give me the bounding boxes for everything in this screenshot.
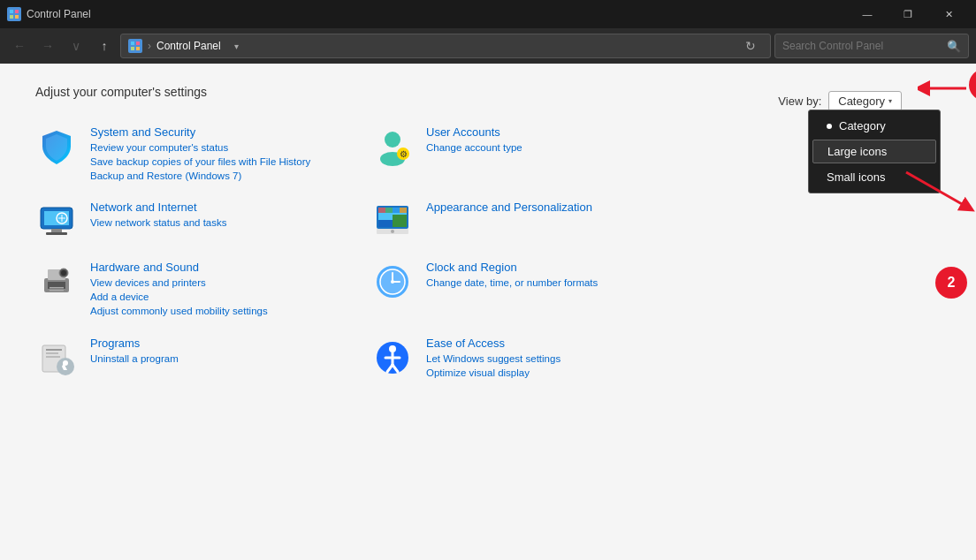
hardware-icon — [35, 261, 78, 303]
system-security-icon — [35, 125, 78, 168]
forward-button[interactable]: → — [35, 34, 60, 58]
category-system-security: System and Security Review your computer… — [35, 117, 371, 192]
categories-grid: System and Security Review your computer… — [35, 117, 707, 389]
dropdown-item-large-icons[interactable]: Large icons — [812, 140, 936, 163]
title-bar: Control Panel — ❐ ✕ — [0, 0, 976, 28]
svg-point-12 — [385, 132, 400, 148]
path-text: Control Panel — [156, 40, 221, 52]
svg-rect-49 — [46, 356, 60, 358]
system-security-text: System and Security Review your computer… — [90, 125, 371, 183]
category-user-accounts: ⚙ User Accounts Change account type — [371, 117, 707, 192]
clock-link-1[interactable]: Change date, time, or number formats — [426, 276, 707, 290]
search-icon: 🔍 — [947, 40, 961, 53]
svg-rect-18 — [51, 229, 62, 232]
window-controls: — ❐ ✕ — [847, 0, 969, 28]
close-button[interactable]: ✕ — [928, 0, 969, 28]
svg-rect-2 — [10, 15, 13, 19]
view-by-value: Category — [838, 95, 885, 108]
network-link-1[interactable]: View network status and tasks — [90, 216, 371, 230]
arrow-2-svg — [897, 163, 976, 216]
ease-access-link-1[interactable]: Let Windows suggest settings — [426, 352, 707, 366]
hardware-link-1[interactable]: View devices and printers — [90, 276, 371, 290]
category-ease-access: Ease of Access Let Windows suggest setti… — [371, 328, 707, 389]
view-by-button[interactable]: Category ▾ — [828, 91, 902, 111]
address-path-bar[interactable]: › Control Panel ▾ ↻ — [120, 34, 771, 58]
dropdown-item-label: Category — [839, 119, 886, 132]
network-text: Network and Internet View network status… — [90, 201, 371, 230]
clock-text: Clock and Region Change date, time, or n… — [426, 261, 707, 290]
svg-rect-37 — [50, 290, 64, 291]
svg-rect-32 — [400, 208, 407, 213]
network-icon — [35, 201, 78, 243]
svg-rect-31 — [393, 208, 400, 213]
svg-rect-19 — [46, 232, 67, 235]
clock-icon — [371, 261, 414, 303]
refresh-button[interactable]: ↻ — [738, 34, 763, 58]
svg-rect-30 — [385, 208, 393, 213]
user-accounts-icon: ⚙ — [371, 125, 414, 168]
category-hardware-sound: Hardware and Sound View devices and prin… — [35, 252, 371, 327]
hardware-link-2[interactable]: Add a device — [90, 290, 371, 304]
arrow-1-svg — [918, 72, 971, 104]
dropdown-item-label: Small icons — [827, 170, 885, 184]
search-input[interactable] — [782, 40, 943, 52]
up-button[interactable]: ↑ — [92, 34, 117, 58]
svg-rect-47 — [46, 349, 62, 351]
svg-rect-26 — [393, 215, 407, 227]
down-button[interactable]: ∨ — [64, 34, 88, 58]
appearance-text: Appearance and Personalization — [426, 201, 707, 216]
clock-title[interactable]: Clock and Region — [426, 261, 707, 274]
radio-dot — [827, 124, 832, 129]
system-security-title[interactable]: System and Security — [90, 125, 371, 139]
network-title[interactable]: Network and Internet — [90, 201, 371, 214]
programs-icon — [35, 337, 78, 379]
system-security-link-3[interactable]: Backup and Restore (Windows 7) — [90, 169, 371, 183]
user-accounts-title[interactable]: User Accounts — [426, 125, 707, 139]
dropdown-item-category[interactable]: Category — [809, 114, 940, 138]
programs-text: Programs Uninstall a program — [90, 337, 371, 366]
programs-title[interactable]: Programs — [90, 337, 371, 350]
hardware-title[interactable]: Hardware and Sound — [90, 261, 371, 274]
dropdown-item-label: Large icons — [827, 145, 887, 158]
svg-point-39 — [61, 270, 66, 276]
ease-access-title[interactable]: Ease of Access — [426, 337, 707, 350]
svg-point-28 — [391, 230, 394, 233]
view-by-label: View by: — [778, 95, 821, 108]
appearance-icon — [371, 201, 414, 243]
address-bar: ← → ∨ ↑ › Control Panel ▾ ↻ 🔍 — [0, 28, 976, 64]
path-icon — [128, 39, 142, 53]
svg-rect-3 — [15, 15, 19, 19]
svg-rect-1 — [15, 10, 19, 13]
svg-rect-7 — [136, 47, 140, 50]
user-accounts-link-1[interactable]: Change account type — [426, 140, 707, 155]
annotation-2: 2 — [935, 267, 967, 299]
svg-rect-29 — [378, 208, 385, 213]
view-by-dropdown-menu[interactable]: Category Large icons Small icons — [808, 110, 941, 193]
system-security-link-1[interactable]: Review your computer's status — [90, 140, 371, 155]
view-by-caret-icon: ▾ — [888, 97, 892, 105]
back-button[interactable]: ← — [7, 34, 32, 58]
app-icon — [7, 7, 21, 21]
category-clock-region: Clock and Region Change date, time, or n… — [371, 252, 707, 327]
ease-access-link-2[interactable]: Optimize visual display — [426, 366, 707, 380]
svg-point-51 — [63, 360, 68, 366]
hardware-link-3[interactable]: Adjust commonly used mobility settings — [90, 304, 371, 318]
programs-link-1[interactable]: Uninstall a program — [90, 352, 371, 366]
svg-rect-5 — [136, 42, 140, 45]
restore-button[interactable]: ❐ — [888, 0, 928, 28]
appearance-title[interactable]: Appearance and Personalization — [426, 201, 707, 214]
svg-rect-0 — [10, 10, 13, 13]
hardware-text: Hardware and Sound View devices and prin… — [90, 261, 371, 318]
svg-text:⚙: ⚙ — [400, 149, 408, 159]
category-programs: Programs Uninstall a program — [35, 328, 371, 389]
minimize-button[interactable]: — — [847, 0, 888, 28]
category-appearance: Appearance and Personalization — [371, 192, 707, 252]
category-network-internet: Network and Internet View network status… — [35, 192, 371, 252]
ease-access-icon — [371, 337, 414, 379]
svg-rect-6 — [131, 47, 134, 50]
svg-rect-4 — [131, 42, 134, 45]
path-dropdown-button[interactable]: ▾ — [226, 34, 248, 58]
svg-line-10 — [906, 172, 968, 208]
system-security-link-2[interactable]: Save backup copies of your files with Fi… — [90, 155, 371, 169]
search-box[interactable]: 🔍 — [774, 34, 969, 58]
